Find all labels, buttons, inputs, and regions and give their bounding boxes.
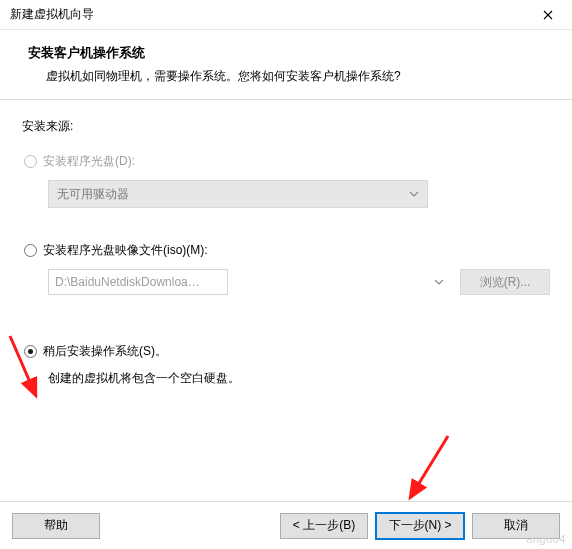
annotation-arrow-icon <box>398 432 458 512</box>
next-button[interactable]: 下一步(N) > <box>376 513 464 539</box>
header-title: 安装客户机操作系统 <box>28 44 552 62</box>
titlebar: 新建虚拟机向导 <box>0 0 572 30</box>
option-later-block: 稍后安装操作系统(S)。 创建的虚拟机将包含一个空白硬盘。 <box>22 343 550 387</box>
window-title: 新建虚拟机向导 <box>10 6 526 23</box>
option-disc-label: 安装程序光盘(D): <box>43 153 135 170</box>
option-later-radio-row[interactable]: 稍后安装操作系统(S)。 <box>22 343 550 360</box>
chevron-down-icon <box>434 279 444 285</box>
option-disc-block: 安装程序光盘(D): 无可用驱动器 <box>22 153 550 208</box>
header-subtitle: 虚拟机如同物理机，需要操作系统。您将如何安装客户机操作系统? <box>28 68 552 85</box>
wizard-content: 安装来源: 安装程序光盘(D): 无可用驱动器 安装程序光盘映像文件(iso)(… <box>0 100 572 387</box>
wizard-footer: 帮助 < 上一步(B) 下一步(N) > 取消 <box>0 501 572 549</box>
option-later-desc: 创建的虚拟机将包含一个空白硬盘。 <box>48 370 550 387</box>
option-iso-label: 安装程序光盘映像文件(iso)(M): <box>43 242 208 259</box>
help-button[interactable]: 帮助 <box>12 513 100 539</box>
radio-icon <box>24 155 37 168</box>
option-iso-block: 安装程序光盘映像文件(iso)(M): 浏览(R)... <box>22 242 550 295</box>
back-button[interactable]: < 上一步(B) <box>280 513 368 539</box>
option-later-label: 稍后安装操作系统(S)。 <box>43 343 167 360</box>
iso-path-input[interactable] <box>48 269 228 295</box>
browse-button[interactable]: 浏览(R)... <box>460 269 550 295</box>
watermark: angu04 <box>526 533 566 545</box>
radio-icon <box>24 345 37 358</box>
radio-icon <box>24 244 37 257</box>
close-button[interactable] <box>526 1 570 29</box>
chevron-down-icon <box>409 191 419 197</box>
disc-drive-dropdown[interactable]: 无可用驱动器 <box>48 180 428 208</box>
option-disc-radio-row[interactable]: 安装程序光盘(D): <box>22 153 550 170</box>
wizard-header: 安装客户机操作系统 虚拟机如同物理机，需要操作系统。您将如何安装客户机操作系统? <box>0 30 572 100</box>
close-icon <box>543 10 553 20</box>
option-iso-radio-row[interactable]: 安装程序光盘映像文件(iso)(M): <box>22 242 550 259</box>
iso-input-row: 浏览(R)... <box>48 269 550 295</box>
disc-drive-value: 无可用驱动器 <box>57 186 129 203</box>
iso-path-wrap <box>48 269 450 295</box>
install-source-label: 安装来源: <box>22 118 550 135</box>
